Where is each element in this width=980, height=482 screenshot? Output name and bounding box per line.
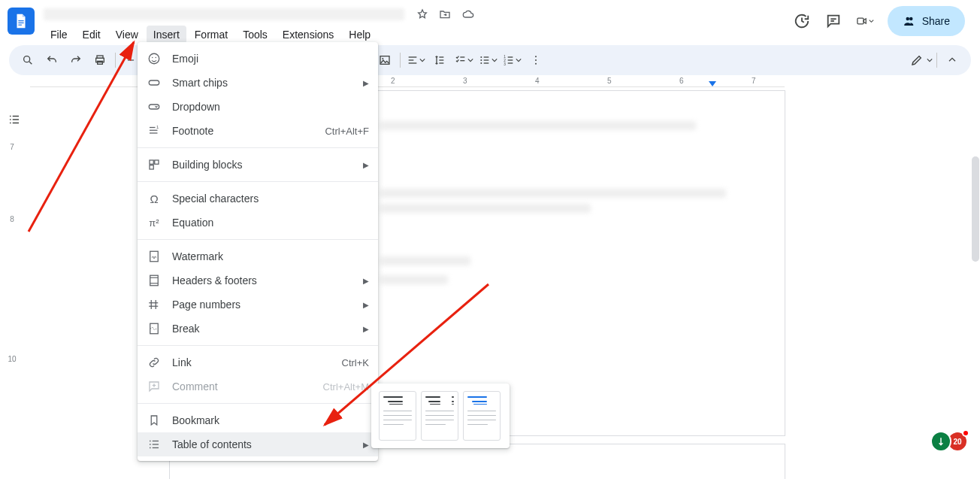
numbered-list-button[interactable]: 123 [501, 49, 523, 71]
insert-menu-dropdown: Emoji Smart chips ▶ Dropdown 1 Footnote … [138, 42, 378, 461]
smart-chips-icon [147, 75, 162, 90]
svg-point-26 [480, 56, 482, 58]
menu-tools[interactable]: Tools [236, 26, 274, 44]
menu-view[interactable]: View [109, 26, 145, 44]
svg-rect-51 [149, 105, 159, 109]
svg-rect-10 [98, 61, 103, 64]
svg-rect-57 [155, 160, 159, 164]
svg-point-49 [156, 57, 157, 59]
page-numbers-icon [147, 297, 162, 312]
align-button[interactable] [404, 49, 427, 71]
submenu-arrow-icon: ▶ [363, 441, 369, 449]
insert-comment-disabled: Comment Ctrl+Alt+M [138, 374, 378, 399]
move-folder-icon[interactable] [439, 8, 451, 20]
insert-building-blocks[interactable]: Building blocks ▶ [138, 153, 378, 177]
svg-point-40 [535, 63, 537, 65]
headers-footers-icon [147, 273, 162, 288]
star-icon[interactable] [416, 8, 428, 20]
pi-icon: π² [147, 215, 162, 230]
submenu-arrow-icon: ▶ [363, 79, 369, 87]
insert-link[interactable]: Link Ctrl+K [138, 350, 378, 374]
vertical-scrollbar[interactable] [972, 156, 979, 262]
svg-rect-56 [150, 160, 153, 164]
insert-table-of-contents[interactable]: Table of contents ▶ [138, 432, 378, 456]
svg-rect-1 [18, 23, 23, 23]
menu-extensions[interactable]: Extensions [276, 26, 340, 44]
emoji-icon [147, 51, 162, 66]
checklist-button[interactable] [452, 49, 475, 71]
svg-rect-59 [150, 251, 159, 262]
history-icon[interactable] [793, 12, 811, 30]
editing-mode-button[interactable] [910, 49, 933, 71]
building-blocks-icon [147, 157, 162, 172]
document-title-redacted[interactable] [44, 8, 404, 20]
insert-equation[interactable]: π² Equation [138, 211, 378, 235]
svg-line-7 [29, 62, 32, 64]
menu-insert[interactable]: Insert [147, 26, 186, 44]
svg-point-38 [535, 56, 537, 57]
footnote-icon: 1 [147, 123, 162, 138]
dropdown-icon [147, 99, 162, 114]
vertical-ruler[interactable]: 7 8 10 [3, 75, 18, 479]
titlebar: File Edit View Insert Format Tools Exten… [0, 0, 980, 45]
svg-rect-50 [149, 80, 159, 85]
insert-page-numbers[interactable]: Page numbers ▶ [138, 293, 378, 317]
insert-dropdown[interactable]: Dropdown [138, 95, 378, 119]
toc-option-plain[interactable] [379, 391, 416, 441]
meet-button[interactable] [856, 12, 874, 30]
toc-icon [147, 437, 162, 452]
svg-point-47 [149, 53, 159, 64]
docs-logo[interactable] [8, 8, 35, 35]
more-options-button[interactable] [525, 49, 547, 71]
insert-watermark[interactable]: Watermark [138, 244, 378, 268]
svg-point-6 [24, 56, 30, 62]
svg-rect-0 [18, 20, 23, 21]
floating-extension-badge[interactable]: 20 [930, 431, 968, 452]
share-label: Share [922, 15, 950, 27]
insert-emoji[interactable]: Emoji [138, 47, 378, 71]
watermark-icon [147, 249, 162, 264]
omega-icon: Ω [147, 191, 162, 206]
redo-button[interactable] [65, 49, 87, 71]
link-icon [147, 355, 162, 370]
svg-text:1: 1 [156, 125, 159, 129]
right-controls: Share [793, 5, 972, 38]
share-button[interactable]: Share [888, 6, 965, 36]
undo-button[interactable] [41, 49, 63, 71]
insert-break[interactable]: Break ▶ [138, 317, 378, 341]
submenu-arrow-icon: ▶ [363, 325, 369, 333]
comments-icon[interactable] [824, 12, 842, 30]
chevron-down-icon [869, 17, 874, 25]
insert-special-characters[interactable]: Ω Special characters [138, 186, 378, 211]
bulleted-list-button[interactable] [476, 49, 499, 71]
svg-rect-58 [150, 165, 153, 169]
menu-format[interactable]: Format [188, 26, 234, 44]
insert-headers-footers[interactable]: Headers & footers ▶ [138, 268, 378, 293]
menu-edit[interactable]: Edit [76, 26, 107, 44]
cloud-status-icon[interactable] [461, 8, 475, 20]
svg-rect-67 [150, 323, 159, 334]
title-area: File Edit View Insert Format Tools Exten… [41, 5, 793, 45]
line-spacing-button[interactable] [428, 49, 451, 71]
submenu-arrow-icon: ▶ [363, 161, 369, 169]
menu-help[interactable]: Help [342, 26, 377, 44]
svg-rect-5 [858, 18, 864, 24]
menu-file[interactable]: File [44, 26, 74, 44]
toc-submenu [371, 383, 510, 448]
search-menus-button[interactable] [17, 49, 39, 71]
svg-point-17 [382, 58, 383, 59]
insert-footnote[interactable]: 1 Footnote Ctrl+Alt+F [138, 119, 378, 143]
toc-option-links[interactable] [463, 391, 501, 441]
insert-bookmark[interactable]: Bookmark [138, 408, 378, 432]
collapse-toolbar-button[interactable] [941, 49, 963, 71]
svg-rect-60 [150, 275, 159, 286]
people-icon [903, 14, 916, 28]
toc-option-dotted[interactable] [421, 391, 458, 441]
ruler-right-indent[interactable] [709, 81, 716, 86]
print-button[interactable] [89, 49, 111, 71]
comment-icon [147, 379, 162, 394]
svg-point-27 [480, 59, 482, 61]
svg-rect-2 [18, 25, 22, 26]
insert-smart-chips[interactable]: Smart chips ▶ [138, 71, 378, 95]
svg-point-28 [480, 62, 482, 64]
